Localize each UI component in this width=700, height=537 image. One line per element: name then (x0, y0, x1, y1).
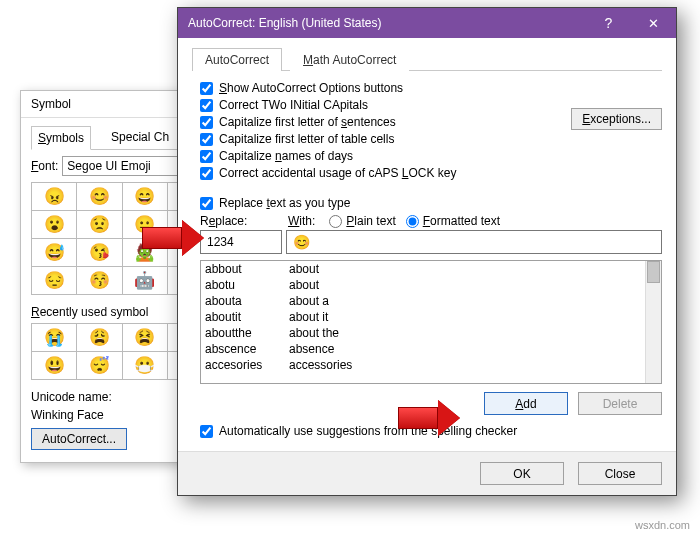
tab-autocorrect[interactable]: AutoCorrect (192, 48, 282, 71)
chk-first-sentence[interactable] (200, 116, 213, 129)
dialog-title: AutoCorrect: English (United States) (188, 16, 586, 30)
with-input[interactable]: 😊 (286, 230, 662, 254)
chk-label: Show AutoCorrect Options buttons (219, 81, 403, 95)
with-preview-emoji: 😊 (293, 234, 310, 250)
replace-input[interactable] (200, 230, 282, 254)
list-item[interactable]: abscenceabsence (201, 341, 645, 357)
delete-button[interactable]: Delete (578, 392, 662, 415)
chk-replace-as-type[interactable] (200, 197, 213, 210)
autocorrect-button[interactable]: AutoCorrect... (31, 428, 127, 450)
ok-button[interactable]: OK (480, 462, 564, 485)
chk-auto-suggest[interactable] (200, 425, 213, 438)
symbol-cell[interactable]: 🤖 (123, 267, 168, 295)
list-item[interactable]: abouttheabout the (201, 325, 645, 341)
radio-formatted-text[interactable]: Formatted text (406, 214, 500, 228)
symbol-cell[interactable]: 😃 (32, 352, 77, 380)
symbol-cell[interactable]: 😭 (32, 324, 77, 352)
scrollbar[interactable] (645, 261, 661, 383)
tab-symbols[interactable]: SSymbolsymbols (31, 126, 91, 150)
autocorrect-dialog: AutoCorrect: English (United States) Aut… (177, 7, 677, 496)
symbol-cell[interactable]: 😟 (77, 211, 122, 239)
autocorrect-list[interactable]: abboutabout abotuabout aboutaabout a abo… (200, 260, 662, 384)
symbol-cell[interactable]: 😠 (32, 183, 77, 211)
list-item[interactable]: aboutaabout a (201, 293, 645, 309)
list-item[interactable]: abotuabout (201, 277, 645, 293)
chk-label: Capitalize names of days (219, 149, 353, 163)
chk-caps-lock[interactable] (200, 167, 213, 180)
chk-names-days[interactable] (200, 150, 213, 163)
list-item[interactable]: abboutabout (201, 261, 645, 277)
tab-special-characters[interactable]: Special Ch (105, 126, 175, 149)
help-icon[interactable] (586, 8, 631, 38)
chk-label: Capitalize first letter of table cells (219, 132, 394, 146)
chk-label: Automatically use suggestions from the s… (219, 424, 517, 438)
list-item[interactable]: accesoriesaccessories (201, 357, 645, 373)
titlebar[interactable]: AutoCorrect: English (United States) (178, 8, 676, 38)
with-label: With: (288, 214, 315, 228)
symbol-cell[interactable]: 😐 (123, 211, 168, 239)
font-label: Font: (31, 159, 58, 173)
symbol-cell[interactable]: 😩 (77, 324, 122, 352)
symbol-cell[interactable]: 😴 (77, 352, 122, 380)
chk-label: Correct accidental usage of cAPS LOCK ke… (219, 166, 456, 180)
close-icon[interactable] (631, 8, 676, 38)
symbol-cell[interactable]: 😘 (77, 239, 122, 267)
symbol-cell[interactable]: 😮 (32, 211, 77, 239)
chk-show-options[interactable] (200, 82, 213, 95)
watermark: wsxdn.com (635, 519, 690, 531)
scrollbar-thumb[interactable] (647, 261, 660, 283)
chk-label: Correct TWo INitial CApitals (219, 98, 368, 112)
chk-label: Capitalize first letter of sentences (219, 115, 396, 129)
symbol-cell[interactable]: 😅 (32, 239, 77, 267)
symbol-cell[interactable]: 😷 (123, 352, 168, 380)
symbol-cell[interactable]: 😔 (32, 267, 77, 295)
list-item[interactable]: aboutitabout it (201, 309, 645, 325)
symbol-cell[interactable]: 😚 (77, 267, 122, 295)
close-button[interactable]: Close (578, 462, 662, 485)
chk-first-table[interactable] (200, 133, 213, 146)
chk-two-initial[interactable] (200, 99, 213, 112)
radio-plain-text[interactable]: Plain text (329, 214, 395, 228)
chk-label: Replace text as you type (219, 196, 350, 210)
symbol-cell[interactable]: 🧟 (123, 239, 168, 267)
add-button[interactable]: Add (484, 392, 568, 415)
symbol-cell[interactable]: 😊 (77, 183, 122, 211)
symbol-cell[interactable]: 😄 (123, 183, 168, 211)
tab-math-autocorrect[interactable]: Math AutoCorrect (290, 48, 409, 71)
replace-label: Replace: (200, 214, 282, 228)
symbol-cell[interactable]: 😫 (123, 324, 168, 352)
